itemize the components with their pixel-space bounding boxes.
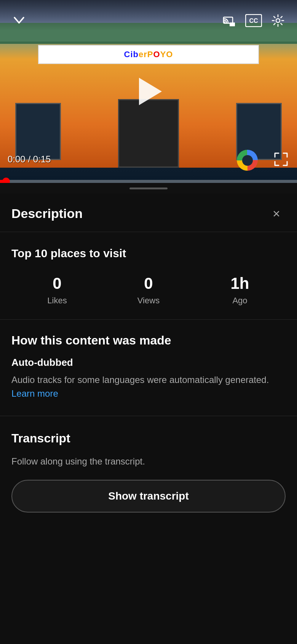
play-button[interactable] — [133, 76, 164, 107]
likes-value: 0 — [53, 274, 61, 293]
cast-button[interactable] — [219, 11, 239, 30]
svg-rect-1 — [230, 22, 235, 26]
views-stat: 0 Views — [103, 274, 194, 306]
captions-button[interactable]: CC — [244, 11, 263, 30]
views-value: 0 — [144, 274, 153, 293]
transcript-title: Transcript — [11, 431, 286, 445]
description-title: Description — [11, 206, 83, 221]
drag-handle-bar — [129, 187, 168, 189]
svg-text:CC: CC — [249, 18, 258, 24]
settings-button[interactable] — [268, 11, 288, 30]
auto-dubbed-title: Auto-dubbed — [11, 357, 286, 368]
likes-label: Likes — [47, 296, 67, 306]
video-title: Top 10 places to visit — [11, 246, 286, 261]
video-bottom-bar: 0:00 / 0:15 — [0, 151, 297, 168]
back-button[interactable] — [9, 11, 29, 30]
progress-dot — [2, 178, 10, 183]
learn-more-link[interactable]: Learn more — [11, 388, 58, 399]
fullscreen-button[interactable] — [273, 151, 289, 168]
likes-stat: 0 Likes — [11, 274, 103, 306]
show-transcript-button[interactable]: Show transcript — [11, 480, 286, 513]
video-title-section: Top 10 places to visit — [0, 232, 297, 267]
drag-handle[interactable] — [0, 183, 297, 194]
transcript-section: Transcript Follow along using the transc… — [0, 416, 297, 524]
transcript-description: Follow along using the transcript. — [11, 455, 286, 468]
svg-point-4 — [276, 19, 280, 22]
close-button[interactable]: × — [267, 204, 286, 223]
ago-label: Ago — [232, 296, 247, 306]
content-made-section: How this content was made Auto-dubbed Au… — [0, 320, 297, 400]
video-player[interactable]: CiberPOYO — [0, 0, 297, 183]
content-made-title: How this content was made — [11, 333, 286, 348]
auto-dubbed-description: Audio tracks for some languages were aut… — [11, 373, 286, 400]
ago-stat: 1h Ago — [194, 274, 286, 306]
time-display: 0:00 / 0:15 — [8, 154, 51, 165]
progress-filled — [0, 180, 6, 183]
description-header: Description × — [0, 194, 297, 232]
video-top-controls: CC — [0, 0, 297, 30]
stats-row: 0 Likes 0 Views 1h Ago — [0, 267, 297, 319]
content-area: Description × Top 10 places to visit 0 L… — [0, 194, 297, 644]
views-label: Views — [137, 296, 160, 306]
ago-value: 1h — [230, 274, 249, 293]
top-right-controls: CC — [219, 11, 288, 30]
progress-bar[interactable] — [0, 180, 297, 183]
